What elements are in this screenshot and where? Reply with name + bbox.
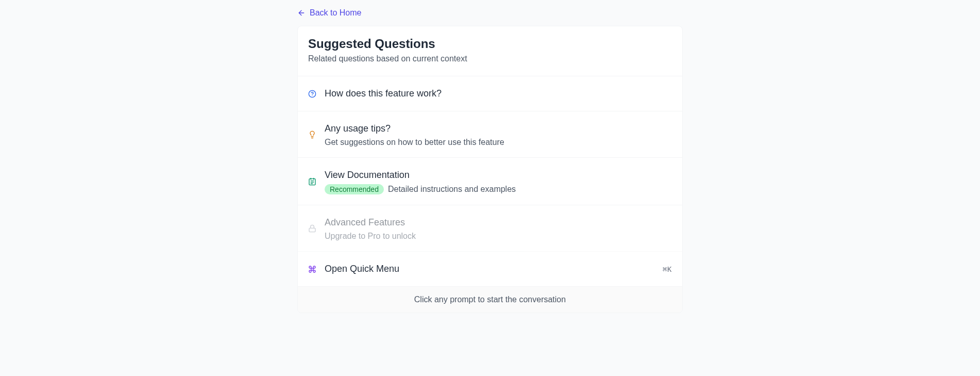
item-title: How does this feature work? — [325, 87, 672, 101]
keyboard-shortcut: ⌘K — [663, 265, 672, 273]
help-circle-icon — [308, 90, 316, 98]
svg-rect-1 — [309, 178, 315, 185]
item-title: Open Quick Menu — [325, 262, 654, 276]
item-description: Upgrade to Pro to unlock — [325, 232, 416, 241]
card-title: Suggested Questions — [308, 37, 672, 51]
question-item-documentation[interactable]: View Documentation Recommended Detailed … — [298, 158, 682, 205]
suggested-questions-card: Suggested Questions Related questions ba… — [297, 26, 683, 313]
question-item-advanced-features: Advanced Features Upgrade to Pro to unlo… — [298, 205, 682, 252]
item-title: Advanced Features — [325, 216, 672, 230]
item-content: View Documentation Recommended Detailed … — [325, 168, 672, 194]
item-title: Any usage tips? — [325, 122, 672, 136]
item-description: Detailed instructions and examples — [388, 185, 516, 194]
item-content: Advanced Features Upgrade to Pro to unlo… — [325, 216, 672, 241]
arrow-left-icon — [297, 9, 306, 17]
lightbulb-icon — [308, 130, 316, 139]
card-subtitle: Related questions based on current conte… — [308, 54, 672, 63]
command-icon — [308, 265, 316, 273]
item-title: View Documentation — [325, 168, 672, 182]
file-text-icon — [308, 177, 316, 186]
card-header: Suggested Questions Related questions ba… — [298, 26, 682, 76]
item-content: Open Quick Menu — [325, 262, 654, 276]
lock-icon — [308, 224, 316, 233]
question-item-quick-menu[interactable]: Open Quick Menu ⌘K — [298, 252, 682, 287]
item-content: Any usage tips? Get suggestions on how t… — [325, 122, 672, 147]
item-description: Get suggestions on how to better use thi… — [325, 138, 504, 147]
item-content: How does this feature work? — [325, 87, 672, 101]
recommended-badge: Recommended — [325, 184, 384, 194]
card-footer: Click any prompt to start the conversati… — [298, 287, 682, 313]
back-to-home-link[interactable]: Back to Home — [297, 8, 361, 18]
question-item-usage-tips[interactable]: Any usage tips? Get suggestions on how t… — [298, 111, 682, 158]
back-link-label: Back to Home — [310, 8, 361, 18]
svg-rect-2 — [309, 228, 315, 232]
question-item-how-works[interactable]: How does this feature work? — [298, 76, 682, 111]
